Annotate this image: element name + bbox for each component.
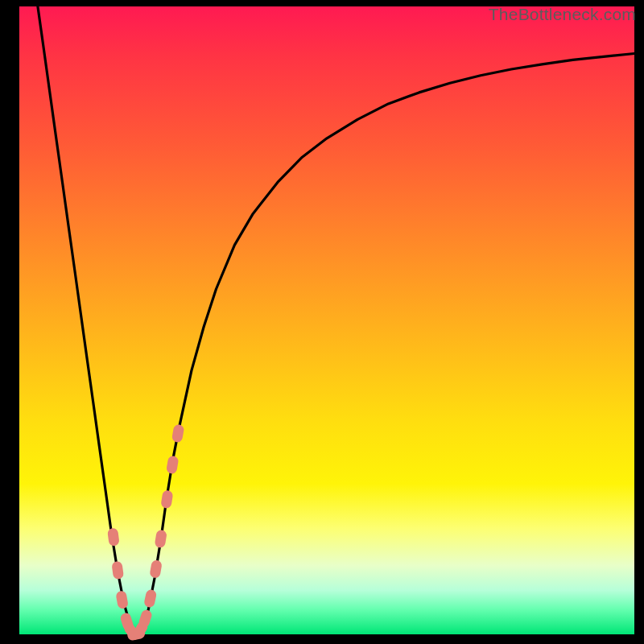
chart-frame: TheBottleneck.com [0, 0, 644, 644]
watermark-text: TheBottleneck.com [489, 5, 636, 24]
chart-gradient-background [19, 6, 634, 634]
